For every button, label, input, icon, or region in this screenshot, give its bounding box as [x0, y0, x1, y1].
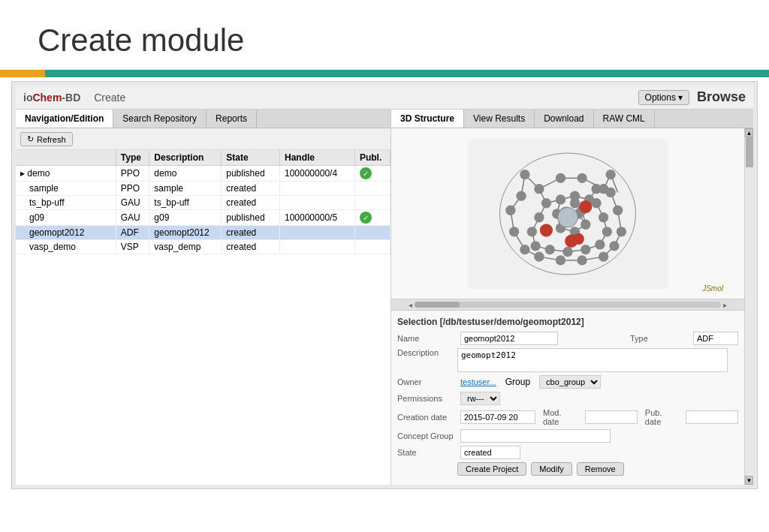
row-type: PPO	[116, 182, 149, 196]
row-state: created	[222, 182, 280, 196]
row-type: ADF	[116, 226, 149, 240]
row-desc: g09	[149, 210, 222, 226]
remove-button[interactable]: Remove	[577, 462, 624, 476]
svg-point-84	[570, 198, 580, 208]
scroll-thumb[interactable]	[415, 302, 460, 308]
svg-point-69	[534, 212, 544, 222]
row-publ: ✓	[354, 210, 390, 226]
concept-group-input[interactable]	[460, 429, 611, 443]
scrollbar-thumb[interactable]	[746, 137, 753, 167]
svg-point-56	[520, 244, 529, 254]
slide-header: Create module	[0, 0, 769, 70]
tab-download[interactable]: Download	[535, 110, 593, 128]
row-type: PPO	[116, 166, 149, 182]
tree-table: Type Description State Handle Publ. ▸ de…	[16, 150, 391, 254]
svg-point-55	[509, 227, 519, 236]
svg-point-59	[577, 255, 587, 265]
row-state: created	[222, 196, 280, 210]
svg-point-77	[599, 212, 608, 222]
row-handle	[280, 182, 355, 196]
svg-point-63	[613, 205, 623, 215]
svg-point-57	[534, 251, 544, 261]
scrollbar-down-arrow[interactable]: ▼	[745, 476, 753, 485]
create-project-button[interactable]: Create Project	[457, 462, 526, 476]
svg-point-48	[534, 184, 544, 194]
molecule-3d	[463, 139, 673, 289]
state-label: State	[397, 448, 457, 457]
state-input[interactable]	[460, 446, 520, 459]
scrollbar-up-arrow[interactable]: ▲	[745, 128, 753, 137]
col-publ: Publ.	[354, 150, 390, 166]
permissions-row: Permissions rw---	[397, 392, 738, 405]
tree-row-demo[interactable]: ▸ demo PPO demo published 100000000/4 ✓	[16, 166, 391, 182]
svg-point-72	[545, 244, 555, 254]
row-publ	[354, 196, 390, 210]
scroll-left-arrow[interactable]: ◂	[406, 301, 415, 309]
concept-group-label: Concept Group	[397, 431, 457, 440]
tab-navigation-edition[interactable]: Navigation/Edition	[16, 110, 113, 128]
svg-point-75	[595, 239, 605, 249]
right-panel-inner: JSmol ◂ ▸ Selection [/db/testuser/demo/g…	[391, 128, 753, 485]
row-type: VSP	[116, 240, 149, 254]
row-name: sample	[16, 182, 116, 196]
name-input[interactable]	[460, 332, 558, 345]
svg-point-73	[562, 246, 572, 256]
slide-title: Create module	[38, 23, 731, 59]
type-input[interactable]	[693, 332, 738, 345]
state-row: State	[397, 446, 738, 459]
browse-button[interactable]: Browse	[697, 89, 746, 105]
col-name	[16, 150, 116, 166]
group-select[interactable]: cbo_group	[539, 375, 601, 389]
svg-point-82	[581, 219, 590, 229]
creation-date-input[interactable]	[460, 410, 535, 424]
tree-row-ts-bp-uff[interactable]: ts_bp-uff GAU ts_bp-uff created	[16, 196, 391, 210]
modify-button[interactable]: Modify	[531, 462, 571, 476]
tab-reports[interactable]: Reports	[207, 110, 257, 128]
svg-point-47	[520, 169, 529, 179]
tab-view-results[interactable]: View Results	[464, 110, 535, 128]
options-button[interactable]: Options ▾	[638, 90, 689, 105]
pub-date-input[interactable]	[686, 410, 738, 424]
owner-value[interactable]: testuser...	[460, 377, 496, 386]
svg-point-71	[530, 241, 540, 251]
tree-row-sample[interactable]: sample PPO sample created	[16, 182, 391, 196]
svg-point-49	[556, 173, 565, 182]
right-scrollbar[interactable]: ▲ ▼	[744, 128, 753, 485]
permissions-select[interactable]: rw---	[460, 392, 500, 405]
tab-search-repository[interactable]: Search Repository	[113, 110, 207, 128]
svg-point-87	[556, 194, 565, 204]
tree-row-vasp-demo[interactable]: vasp_demo VSP vasp_demp created	[16, 240, 391, 254]
svg-point-92	[573, 233, 584, 244]
color-bar	[0, 70, 769, 77]
horizontal-scrollbar[interactable]: ◂ ▸	[391, 299, 744, 310]
svg-point-93	[558, 207, 578, 227]
scroll-track[interactable]	[415, 302, 721, 308]
view-tabs: 3D Structure View Results Download RAW C…	[391, 110, 753, 128]
svg-point-68	[591, 184, 601, 194]
row-handle	[280, 196, 355, 210]
toolbar: ↻ Refresh	[16, 128, 391, 150]
col-handle: Handle	[280, 150, 355, 166]
col-state: State	[222, 150, 280, 166]
owner-label: Owner	[397, 377, 457, 386]
row-name: ▸ demo	[16, 166, 116, 182]
scrollbar-track[interactable]	[745, 137, 753, 476]
scroll-right-arrow[interactable]: ▸	[721, 301, 729, 309]
refresh-button[interactable]: ↻ Refresh	[20, 132, 73, 146]
svg-point-60	[599, 251, 608, 261]
svg-point-50	[577, 173, 587, 182]
row-handle	[280, 240, 355, 254]
description-label: Description	[397, 348, 457, 357]
row-publ	[354, 226, 390, 240]
svg-point-78	[591, 198, 601, 208]
description-textarea[interactable]: geomopt2012	[457, 348, 728, 372]
tree-row-geomopt2012[interactable]: geomopt2012 ADF geomopt2012 created	[16, 226, 391, 240]
tree-row-g09[interactable]: g09 GAU g09 published 100000000/5 ✓	[16, 210, 391, 226]
mod-date-input[interactable]	[585, 410, 638, 424]
tab-3d-structure[interactable]: 3D Structure	[391, 110, 464, 128]
svg-point-53	[516, 191, 526, 200]
name-label: Name	[397, 334, 457, 343]
tab-raw-cml[interactable]: RAW CML	[594, 110, 655, 128]
nav-tabs: Navigation/Edition Search Repository Rep…	[16, 110, 391, 128]
svg-point-54	[505, 205, 515, 215]
